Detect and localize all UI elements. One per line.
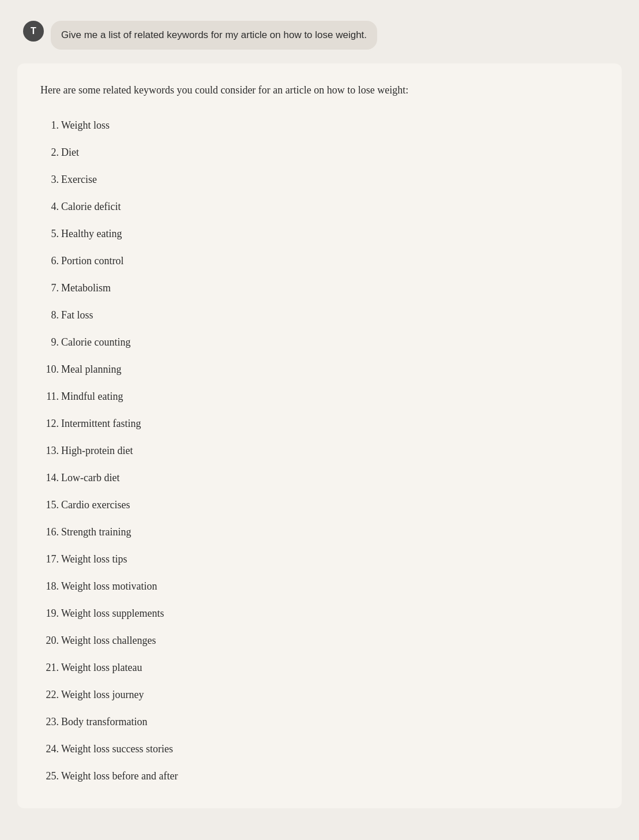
response-container: Here are some related keywords you could… [17,63,622,809]
item-text: Exercise [61,174,97,185]
item-text: Mindful eating [61,391,123,402]
item-text: Calorie counting [61,336,130,348]
item-text: Meal planning [61,363,121,375]
list-item: 18.Weight loss motivation [40,573,599,600]
list-item: 13.High-protein diet [40,437,599,464]
item-text: Weight loss [61,119,110,131]
item-text: Weight loss challenges [61,635,156,646]
item-number: 5. [40,226,59,242]
list-item: 6.Portion control [40,247,599,275]
item-number: 6. [40,253,59,269]
item-text: Weight loss journey [61,689,144,700]
list-item: 1.Weight loss [40,112,599,139]
list-item: 3.Exercise [40,166,599,193]
item-number: 4. [40,199,59,215]
item-text: High-protein diet [61,445,133,456]
item-number: 22. [40,687,59,703]
item-text: Weight loss motivation [61,580,157,592]
item-number: 16. [40,524,59,540]
list-item: 22.Weight loss journey [40,681,599,708]
list-item: 23.Body transformation [40,708,599,736]
item-number: 10. [40,362,59,377]
item-text: Body transformation [61,716,147,727]
list-item: 20.Weight loss challenges [40,627,599,654]
item-number: 20. [40,633,59,648]
list-item: 16.Strength training [40,519,599,546]
item-text: Diet [61,147,79,158]
response-intro: Here are some related keywords you could… [40,82,599,99]
list-item: 24.Weight loss success stories [40,736,599,763]
list-item: 21.Weight loss plateau [40,654,599,681]
item-number: 18. [40,579,59,594]
item-text: Low-carb diet [61,472,119,483]
list-item: 2.Diet [40,139,599,166]
item-text: Weight loss success stories [61,743,173,755]
user-avatar: T [23,21,44,42]
item-number: 9. [40,335,59,350]
avatar-letter: T [31,26,36,36]
list-item: 5.Healthy eating [40,220,599,247]
item-text: Weight loss tips [61,553,127,565]
item-number: 25. [40,768,59,784]
item-number: 21. [40,660,59,676]
item-text: Intermittent fasting [61,418,141,429]
item-number: 13. [40,443,59,459]
item-number: 7. [40,280,59,296]
item-number: 15. [40,497,59,513]
list-item: 15.Cardio exercises [40,492,599,519]
user-message-bubble: Give me a list of related keywords for m… [51,21,377,50]
list-item: 8.Fat loss [40,302,599,329]
keywords-list: 1.Weight loss2.Diet3.Exercise4.Calorie d… [40,112,599,790]
list-item: 25.Weight loss before and after [40,763,599,790]
list-item: 4.Calorie deficit [40,193,599,220]
item-number: 1. [40,118,59,133]
list-item: 7.Metabolism [40,275,599,302]
item-number: 17. [40,552,59,567]
item-text: Weight loss supplements [61,608,164,619]
item-text: Calorie deficit [61,201,121,212]
item-number: 24. [40,741,59,757]
list-item: 10.Meal planning [40,356,599,383]
item-number: 11. [40,389,59,404]
list-item: 14.Low-carb diet [40,464,599,492]
item-text: Metabolism [61,282,111,294]
item-text: Weight loss plateau [61,662,142,673]
item-text: Strength training [61,526,131,538]
list-item: 19.Weight loss supplements [40,600,599,627]
user-message-container: T Give me a list of related keywords for… [12,12,627,59]
list-item: 11.Mindful eating [40,383,599,410]
item-text: Fat loss [61,309,93,321]
item-number: 19. [40,606,59,621]
item-number: 2. [40,145,59,160]
list-item: 17.Weight loss tips [40,546,599,573]
item-number: 23. [40,714,59,730]
user-message-text: Give me a list of related keywords for m… [61,29,367,40]
list-item: 12.Intermittent fasting [40,410,599,437]
item-text: Cardio exercises [61,499,130,511]
item-number: 14. [40,470,59,486]
list-item: 9.Calorie counting [40,329,599,356]
item-number: 12. [40,416,59,432]
item-text: Weight loss before and after [61,770,178,782]
item-number: 3. [40,172,59,187]
item-text: Healthy eating [61,228,122,239]
item-text: Portion control [61,255,124,267]
item-number: 8. [40,308,59,323]
